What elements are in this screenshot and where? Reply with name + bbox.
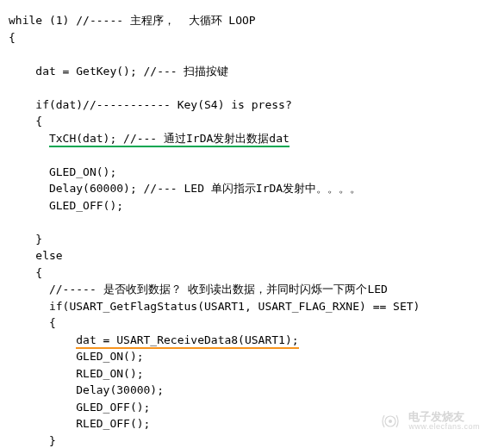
code-line: { <box>9 31 16 44</box>
code-line: { <box>9 316 56 329</box>
code-line: } <box>9 233 42 246</box>
code-line: dat = GetKey(); //--- 扫描按键 <box>9 65 229 78</box>
code-line: GLED_OFF(); <box>9 401 150 414</box>
watermark-en: www.elecfans.com <box>408 423 480 432</box>
watermark-cn: 电子发烧友 <box>408 411 480 423</box>
highlight-orange: dat = USART_ReceiveData8(USART1); <box>76 333 298 349</box>
code-line: GLED_OFF(); <box>9 199 123 212</box>
code-line: Delay(30000); <box>9 383 164 396</box>
code-line: TxCH(dat); //--- 通过IrDA发射出数据dat <box>9 132 290 147</box>
code-line: if(USART_GetFlagStatus(USART1, USART_FLA… <box>9 300 420 313</box>
svg-point-1 <box>389 420 392 423</box>
code-line: if(dat)//----------- Key(S4) is press? <box>9 98 292 111</box>
highlight-green: TxCH(dat); //--- 通过IrDA发射出数据dat <box>49 132 290 147</box>
code-line: Delay(60000); //--- LED 单闪指示IrDA发射中。。。。 <box>9 182 361 195</box>
code-line: GLED_ON(); <box>9 165 116 178</box>
code-block: while (1) //----- 主程序， 大循环 LOOP { dat = … <box>9 12 483 448</box>
code-line: else <box>9 249 63 262</box>
watermark: 电子发烧友 www.elecfans.com <box>379 410 480 432</box>
code-line: RLED_OFF(); <box>9 417 150 430</box>
code-line: while (1) //----- 主程序， 大循环 LOOP <box>9 14 256 27</box>
code-line: RLED_ON(); <box>9 367 144 380</box>
code-line: } <box>9 434 56 447</box>
code-line: GLED_ON(); <box>9 350 144 363</box>
code-line: { <box>9 115 42 128</box>
logo-icon <box>379 410 402 432</box>
watermark-text: 电子发烧友 www.elecfans.com <box>408 411 480 432</box>
code-line: //----- 是否收到数据？ 收到读出数据，并同时闪烁一下两个LED <box>9 283 388 296</box>
code-line: { <box>9 266 42 279</box>
code-line: dat = USART_ReceiveData8(USART1); <box>9 333 299 349</box>
